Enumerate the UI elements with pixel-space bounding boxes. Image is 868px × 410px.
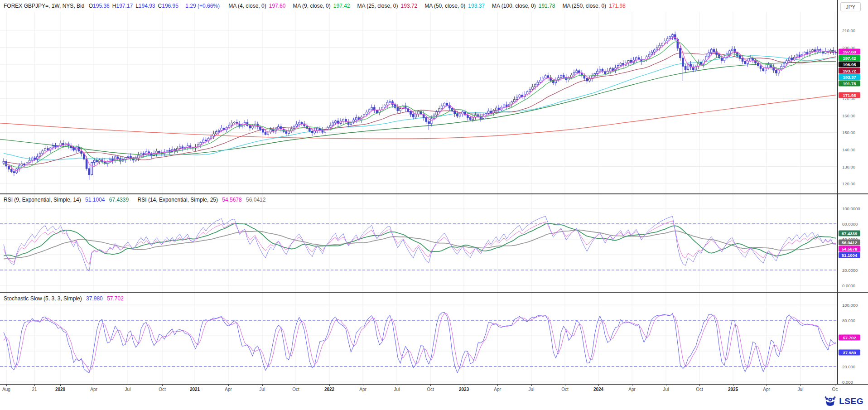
change-value: 1.29 (+0.66%) <box>185 3 220 9</box>
ma-legend-label: MA (250, close, 0) <box>562 3 606 9</box>
lseg-logo: LSEG <box>824 395 863 407</box>
price-badge: 193.37 <box>839 74 860 80</box>
ohlc-item: O195.36 <box>89 3 110 9</box>
time-tick-label: Apr <box>90 387 97 392</box>
axis-tick-label: 100.000 <box>842 303 858 308</box>
ma-legend-value: 171.98 <box>609 3 626 9</box>
ma-legend: MA (4, close, 0)197.60MA (9, close, 0)19… <box>228 3 633 9</box>
axis-tick-label: 20.000 <box>842 364 855 369</box>
rsi-value-2: 67.4339 <box>109 197 129 203</box>
price-axis[interactable]: JPY 210.00200.00190.00180.00170.00160.00… <box>837 0 868 384</box>
axis-tick-label: 0.0000 <box>842 283 855 288</box>
time-tick-label: Oct <box>159 387 166 392</box>
time-tick-label: 2025 <box>728 387 738 392</box>
price-badge: 37.980 <box>839 350 860 356</box>
ma-legend-label: MA (50, close, 0) <box>424 3 465 9</box>
chart-window: FOREX GBPJPY=, 1W, NYS, Bid O195.36H197.… <box>0 0 868 410</box>
time-tick-label: Apr <box>359 387 366 392</box>
time-tick-label: Aug <box>2 387 10 392</box>
currency-chip[interactable]: JPY <box>840 2 861 11</box>
ohlc-values: O195.36H197.17L194.93C196.95 <box>89 3 181 9</box>
ma-legend-value: 193.37 <box>468 3 485 9</box>
price-badge: 197.42 <box>839 55 860 61</box>
time-tick-label: Jul <box>125 387 131 392</box>
ma-legend-label: MA (9, close, 0) <box>293 3 330 9</box>
chart-plot-area[interactable] <box>0 0 837 384</box>
rsi-value-3: 54.5678 <box>222 197 241 203</box>
axis-tick-label: 210.00 <box>842 28 855 33</box>
price-badge: 191.78 <box>839 80 860 86</box>
rsi-value-4: 56.0412 <box>246 197 265 203</box>
time-tick-label: Jul <box>260 387 265 392</box>
price-badge: 57.702 <box>839 334 860 340</box>
time-tick-label: 21 <box>32 387 37 392</box>
time-axis-line <box>0 384 868 385</box>
time-tick-label: Apr <box>763 387 770 392</box>
stoch-value-1: 37.980 <box>86 295 103 302</box>
time-tick-label: Apr <box>494 387 501 392</box>
time-tick-label: 2021 <box>190 387 200 392</box>
axis-tick-label: 100.0000 <box>842 206 860 211</box>
time-tick-label: Oc <box>832 387 838 392</box>
time-tick-label: Jul <box>394 387 400 392</box>
time-tick-label: Oct <box>427 387 434 392</box>
time-tick-label: 2023 <box>459 387 469 392</box>
time-tick-label: Jul <box>663 387 669 392</box>
ma-legend-value: 197.60 <box>269 3 286 9</box>
time-tick-label: 2020 <box>55 387 65 392</box>
panel-divider-2[interactable] <box>0 292 868 293</box>
instrument-title: FOREX GBPJPY=, 1W, NYS, Bid <box>4 3 84 9</box>
axis-tick-label: 130.00 <box>842 164 855 169</box>
rsi-label-2: RSI (14, Exponential, Simple, 25) <box>138 197 218 203</box>
instrument-header: FOREX GBPJPY=, 1W, NYS, Bid O195.36H197.… <box>4 3 636 9</box>
axis-tick-label: 20.0000 <box>842 268 858 273</box>
price-badge: 196.95 <box>839 61 860 67</box>
time-tick-label: 2024 <box>593 387 603 392</box>
time-tick-label: Oct <box>292 387 299 392</box>
axis-tick-label: 80.000 <box>842 318 855 323</box>
time-tick-label: 2022 <box>324 387 334 392</box>
ohlc-item: C196.95 <box>158 3 178 9</box>
lseg-logo-text: LSEG <box>839 396 863 406</box>
price-badge: 197.60 <box>839 48 860 54</box>
rsi-label-1: RSI (9, Exponential, Simple, 14) <box>4 197 81 203</box>
ma-legend-label: MA (100, close, 0) <box>492 3 536 9</box>
ma-legend-value: 193.72 <box>401 3 418 9</box>
ma-legend-label: MA (4, close, 0) <box>228 3 266 9</box>
time-axis[interactable]: Aug212020AprJulOct2021AprJulOct2022AprJu… <box>0 384 868 398</box>
ohlc-item: H197.17 <box>112 3 133 9</box>
axis-tick-label: 150.00 <box>842 130 855 135</box>
time-tick-label: Oct <box>561 387 569 392</box>
time-tick-label: Apr <box>225 387 232 392</box>
price-badge: 193.72 <box>839 68 860 73</box>
ohlc-item: L194.93 <box>135 3 155 9</box>
lseg-crest-icon <box>824 395 836 407</box>
price-badge: 67.4339 <box>839 231 860 236</box>
axis-tick-label: 80.0000 <box>842 222 858 227</box>
ma-legend-value: 191.78 <box>539 3 555 9</box>
axis-tick-label: 120.00 <box>842 181 855 186</box>
price-badge: 51.1004 <box>839 252 860 258</box>
stochastic-header: Stochastic Slow (5, 3, 3, Simple) 37.980… <box>4 295 126 302</box>
price-badge: 56.0412 <box>839 239 860 245</box>
ma-legend-value: 197.42 <box>333 3 350 9</box>
time-tick-label: Jul <box>529 387 535 392</box>
price-badge: 171.98 <box>839 92 860 98</box>
rsi-header: RSI (9, Exponential, Simple, 14) 51.1004… <box>4 197 268 203</box>
time-tick-label: Oct <box>696 387 703 392</box>
time-tick-label: Apr <box>628 387 636 392</box>
stoch-label: Stochastic Slow (5, 3, 3, Simple) <box>4 295 82 302</box>
stoch-value-2: 57.702 <box>107 295 124 302</box>
ma-legend-label: MA (25, close, 0) <box>357 3 398 9</box>
rsi-value-1: 51.1004 <box>85 197 105 203</box>
price-badge: 54.5678 <box>839 246 860 251</box>
panel-divider-1[interactable] <box>0 193 868 194</box>
axis-tick-label: 140.00 <box>842 147 855 152</box>
axis-tick-label: 160.00 <box>842 113 855 118</box>
time-tick-label: Jul <box>798 387 804 392</box>
